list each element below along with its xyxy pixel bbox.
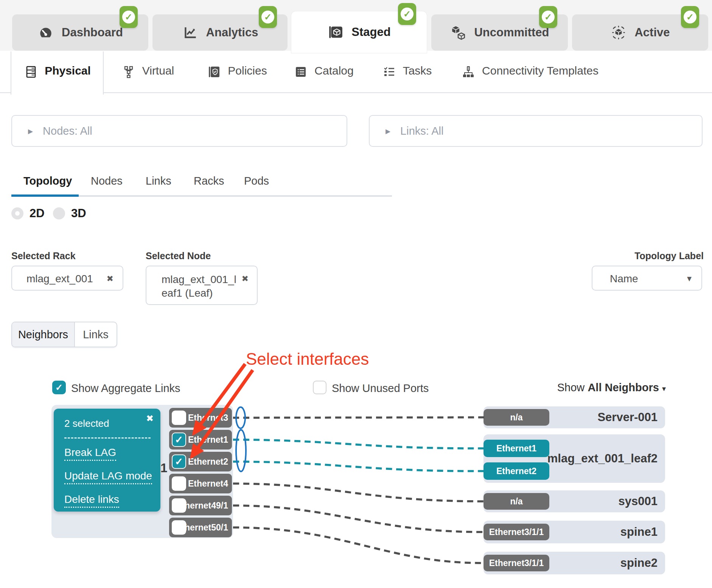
show-aggregate-links-checkbox[interactable]: ✓ [52,381,66,394]
delete-links-link[interactable]: Delete links [64,493,119,508]
tab-topology[interactable]: Topology [23,175,72,187]
lag-selection-popup: ✖ 2 selected Break LAG Update LAG mode D… [54,409,160,512]
tab-nodes[interactable]: Nodes [91,175,123,187]
interface-pill-ethernet1[interactable]: ✓ Ethernet1 [169,430,232,450]
interface-pill-ethernet2[interactable]: ✓ Ethernet2 [169,452,232,471]
subnav-label: Virtual [142,64,174,77]
link-ethernet2-lag [233,462,484,471]
interface-label: Ethernet2 [188,457,232,467]
tab-label: Dashboard [62,26,123,39]
neighbor-name: sys001 [619,495,658,508]
neighbor-port: Ethernet2 [483,462,549,480]
neighbor-port: Ethernet1 [483,440,549,457]
radio-2d-label: 2D [30,207,45,220]
active-cube-icon [610,24,627,41]
neighbor-name: mlag_ext_001_leaf2 [547,452,658,465]
check-icon: ✓ [264,12,272,22]
subnav-item-catalog[interactable]: Catalog [291,51,356,92]
neighbor-name: Server-001 [597,411,658,424]
neighbor-name: spine2 [620,556,658,570]
tab-label: Staged [351,25,390,39]
links-filter-box[interactable]: ▸ Links: All [369,115,703,147]
interface-pill-ethernet49-1[interactable]: ✓ Ethernet49/1 [169,496,232,515]
selected-rack-label: Selected Rack [11,250,76,261]
interface-checkbox[interactable]: ✓ [172,432,186,447]
committed-check-badge: ✓ [681,6,699,28]
tab-links[interactable]: Links [146,175,171,187]
close-icon[interactable]: ✖ [146,413,154,424]
subnav-label: Tasks [403,64,432,77]
check-icon: ✓ [55,382,63,393]
radio-3d[interactable] [53,207,65,219]
interface-label: Ethernet4 [188,479,232,489]
link-ethernet4-sys001 [233,484,484,501]
tab-label: Active [634,26,670,39]
sitemap-icon [461,64,476,79]
interface-checkbox[interactable]: ✓ [172,520,186,535]
interface-checkbox[interactable]: ✓ [172,476,186,491]
subnav-item-policies[interactable]: Policies [203,51,271,92]
interface-label: Ethernet1 [188,435,232,445]
tab-staged[interactable]: Staged ✓ [291,11,427,53]
subnav-item-tasks[interactable]: Tasks [380,51,433,92]
selected-rack-field[interactable]: mlag_ext_001 ✖ [11,266,123,291]
interface-pill-ethernet50-1[interactable]: ✓ Ethernet50/1 [169,518,232,537]
interface-checkbox[interactable]: ✓ [172,454,186,469]
interface-pill-ethernet4[interactable]: ✓ Ethernet4 [169,474,232,493]
clear-icon[interactable]: ✖ [107,274,113,284]
rack-icon [23,64,39,79]
caret-right-icon: ▸ [28,125,33,137]
subnav-item-physical[interactable]: Physical [11,51,104,95]
subnav-label: Connectivity Templates [482,64,599,77]
gauge-icon [37,24,54,41]
highlight-ellipse-ethernet3 [236,407,245,428]
interface-pill-ethernet3[interactable]: ✓ Ethernet3 [169,408,232,428]
catalog-list-icon [293,64,308,79]
radio-2d[interactable] [11,207,23,219]
nodes-filter-box[interactable]: ▸ Nodes: All [11,115,347,147]
select-interfaces-annotation: Select interfaces [246,350,369,369]
show-neighbors-value: All Neighbors [588,381,659,394]
show-unused-ports-checkbox[interactable]: ✓ [313,381,326,394]
uncommitted-cubes-icon [450,24,466,41]
neighbor-port: Ethernet3/1/1 [483,524,549,540]
links-toggle-button[interactable]: Links [74,322,117,347]
caret-down-icon: ▾ [662,384,666,393]
tab-racks[interactable]: Racks [194,175,224,187]
check-icon: ✓ [175,456,183,468]
topology-label-select[interactable]: Name ▾ [592,266,702,291]
show-aggregate-links-label: Show Aggregate Links [71,382,180,395]
selected-node-label: Selected Node [146,250,211,261]
radio-3d-label: 3D [71,207,86,220]
tab-active[interactable]: Active ✓ [572,14,708,51]
interface-checkbox[interactable]: ✓ [172,411,186,425]
selected-node-field[interactable]: mlag_ext_001_leaf1 (Leaf) ✖ [146,266,258,305]
tab-pods[interactable]: Pods [244,175,269,187]
tab-analytics[interactable]: Analytics ✓ [152,14,288,51]
check-icon: ✓ [403,9,411,19]
neighbors-toggle-button[interactable]: Neighbors [12,322,74,347]
show-neighbors-dropdown[interactable]: Show All Neighbors ▾ [541,381,666,394]
tab-uncommitted[interactable]: Uncommitted ✓ [431,14,568,51]
subnav-divider [103,92,712,93]
interface-checkbox[interactable]: ✓ [172,498,186,513]
policies-shield-icon [207,64,222,79]
subnav-item-connectivity-templates[interactable]: Connectivity Templates [456,51,603,92]
subnav-label: Policies [228,64,267,77]
subnav-divider [0,92,11,93]
link-ethernet49-spine1 [233,506,484,532]
update-lag-mode-link[interactable]: Update LAG mode [64,470,152,484]
tab-dashboard[interactable]: Dashboard ✓ [12,14,148,51]
analytics-chart-icon [182,24,199,41]
blueprint-tab-bar: Dashboard ✓ Analytics ✓ Staged ✓ [0,0,712,51]
clear-icon[interactable]: ✖ [242,274,249,284]
topology-label-value: Name [610,273,638,285]
neighbor-port: Ethernet3/1/1 [483,555,549,571]
break-lag-link[interactable]: Break LAG [64,446,116,461]
check-icon: ✓ [125,12,132,22]
subnav-item-virtual[interactable]: Virtual [113,51,182,92]
links-filter-text: Links: All [400,125,443,137]
highlight-ellipse-lag-pair [236,430,246,471]
subnav-label: Physical [45,64,91,77]
neighbor-port: n/a [483,493,549,510]
